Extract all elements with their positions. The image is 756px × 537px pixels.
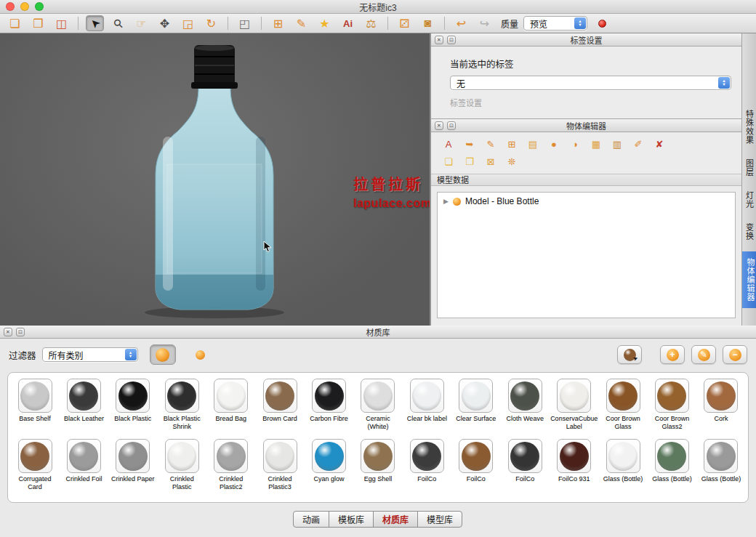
viewport-3d[interactable]: 拉普拉斯 lapulace.com [0, 33, 430, 326]
material-swatch[interactable]: Ceramic (White) [355, 379, 401, 430]
tree-item-blue-bottle[interactable]: ▶ Model - Blue Bottle [438, 193, 735, 210]
close-panel-icon[interactable]: ✕ [4, 328, 12, 336]
panel-title: 物体编辑器 [431, 120, 741, 132]
material-swatch[interactable]: Crinkled Plastic [159, 439, 204, 490]
export-icon[interactable]: ➥ [462, 138, 477, 150]
material-swatch[interactable]: Bread Bag [209, 379, 254, 430]
half-sphere-icon[interactable]: ◑ [568, 138, 582, 150]
add-folder-icon[interactable]: ❏ [441, 156, 456, 168]
record-indicator[interactable] [598, 20, 606, 28]
side-tab-1[interactable]: 特殊效果 [744, 106, 755, 148]
text-tool[interactable]: Ai [339, 15, 357, 31]
material-swatch[interactable]: FoilCo [454, 439, 499, 490]
add-object-tool[interactable]: ⊞ [269, 15, 287, 31]
material-swatch[interactable]: Black Plastic [110, 379, 156, 430]
material-swatch[interactable]: Glass (Bottle) [699, 439, 744, 490]
bottom-tab-2[interactable]: 模板库 [329, 511, 374, 528]
zoom-tool[interactable]: ⚲ [109, 15, 127, 31]
collapse-panel-icon[interactable]: ⊡ [447, 121, 456, 130]
bottom-tab-1[interactable]: 动画 [293, 511, 329, 528]
material-swatch[interactable]: Cork [699, 379, 744, 430]
collapse-panel-icon[interactable]: ⊡ [16, 328, 25, 336]
sphere-icon[interactable]: ● [547, 138, 561, 150]
redo-button[interactable]: ↪ [475, 15, 494, 31]
material-swatch[interactable]: Crinkled Foil [61, 439, 106, 490]
side-tab-5[interactable]: 物体编辑器 [742, 251, 756, 308]
pan-tool[interactable]: ☞ [132, 15, 150, 31]
minimize-window-button[interactable] [20, 2, 29, 11]
zoom-window-button[interactable] [35, 2, 44, 11]
remove-material-button[interactable]: − [723, 345, 747, 364]
remove-frame-icon[interactable]: ⊠ [483, 156, 498, 168]
edit-material-button[interactable]: ✎ [691, 345, 716, 364]
bottom-tab-4[interactable]: 模型库 [417, 511, 462, 528]
material-swatch[interactable]: Base Shelf [12, 379, 57, 430]
small-sphere-icon [196, 350, 205, 360]
quality-dropdown[interactable]: 预览 ▲▼ [523, 16, 587, 31]
material-sphere-icon [118, 442, 148, 471]
close-window-button[interactable] [6, 2, 15, 11]
orbit-tool[interactable]: ↻ [202, 15, 220, 31]
paint-icon[interactable]: ✎ [483, 138, 498, 150]
sphere-view-toggle[interactable] [150, 344, 176, 365]
material-swatch[interactable]: Black Plastic Shrink [159, 379, 204, 430]
camera-tool[interactable]: ◙ [419, 15, 437, 31]
note-icon[interactable]: ▤ [526, 138, 540, 150]
material-swatch[interactable]: Black Leather [61, 379, 106, 430]
label-select-dropdown[interactable]: 无 ▲▼ [450, 76, 731, 90]
pen-icon[interactable]: ✐ [631, 138, 646, 150]
folder-icon[interactable]: ❐ [462, 156, 477, 168]
blue-bottle-model[interactable] [109, 42, 320, 326]
open-button[interactable]: ❐ [29, 15, 47, 31]
material-swatch[interactable]: Clear bk label [404, 379, 449, 430]
label-text-icon[interactable]: A [441, 138, 456, 150]
material-swatch[interactable]: Glass (Bottle) [649, 439, 694, 490]
add-material-button[interactable]: + [660, 345, 685, 364]
trash-icon[interactable]: ✘ [652, 138, 667, 150]
spray-icon[interactable]: ❊ [504, 156, 519, 168]
material-swatch[interactable]: Glass (Bottle) [600, 439, 646, 490]
material-swatch[interactable]: Clear Surface [454, 379, 499, 430]
small-sphere-view-toggle[interactable] [188, 344, 214, 365]
close-panel-icon[interactable]: ✕ [435, 36, 443, 44]
material-swatch[interactable]: Cyan glow [307, 439, 352, 490]
side-tab-2[interactable]: 图层 [744, 156, 755, 180]
material-swatch[interactable]: Coor Brown Glass2 [649, 379, 694, 430]
pick-material-button[interactable]: ➤ [617, 345, 642, 364]
close-panel-icon[interactable]: ✕ [435, 121, 443, 130]
models-tool[interactable]: ⚂ [395, 15, 414, 31]
annotate-tool[interactable]: ✎ [292, 15, 310, 31]
undo-button[interactable]: ↩ [452, 15, 470, 31]
material-swatch[interactable]: Crinkled Plastic2 [209, 439, 254, 490]
material-swatch[interactable]: Corrugated Card [12, 439, 57, 490]
save-button[interactable]: ◫ [52, 15, 71, 31]
material-swatch[interactable]: FoilCo [404, 439, 449, 490]
material-library-header: ✕ ⊡ 材质库 [0, 326, 756, 339]
select-tool[interactable]: ➤ [86, 15, 104, 31]
side-tab-4[interactable]: 变换 [744, 219, 755, 244]
film-icon[interactable]: ▥ [610, 138, 624, 150]
material-swatch[interactable]: Egg Shell [355, 439, 401, 490]
side-tab-3[interactable]: 灯光 [744, 187, 755, 212]
material-swatch[interactable]: Cloth Weave [502, 379, 547, 430]
move-tool[interactable]: ✥ [156, 15, 174, 31]
material-swatch[interactable]: Carbon Fibre [307, 379, 352, 430]
measure-tool[interactable]: ⚖ [362, 15, 380, 31]
material-swatch[interactable]: Brown Card [257, 379, 302, 430]
add-frame-icon[interactable]: ⊞ [504, 138, 519, 150]
section-tool[interactable]: ◰ [236, 15, 254, 31]
collapse-panel-icon[interactable]: ⊡ [447, 36, 456, 44]
material-swatch[interactable]: Crinkled Plastic3 [257, 439, 302, 490]
disclosure-triangle-icon[interactable]: ▶ [443, 198, 449, 205]
material-swatch[interactable]: ConservaCubue Label [552, 379, 597, 430]
bottom-tab-3[interactable]: 材质库 [373, 511, 418, 528]
material-swatch[interactable]: FoilCo [502, 439, 547, 490]
material-swatch[interactable]: Coor Brown Glass [600, 379, 646, 430]
category-filter-dropdown[interactable]: 所有类别 ▲▼ [42, 347, 138, 362]
material-swatch[interactable]: FoilCo 931 [552, 439, 597, 490]
effects-tool[interactable]: ★ [315, 15, 334, 31]
new-document-button[interactable]: ❏ [6, 15, 24, 31]
texture-icon[interactable]: ▦ [589, 138, 603, 150]
frame-object-tool[interactable]: ◲ [179, 15, 197, 31]
material-swatch[interactable]: Crinkled Paper [110, 439, 156, 490]
